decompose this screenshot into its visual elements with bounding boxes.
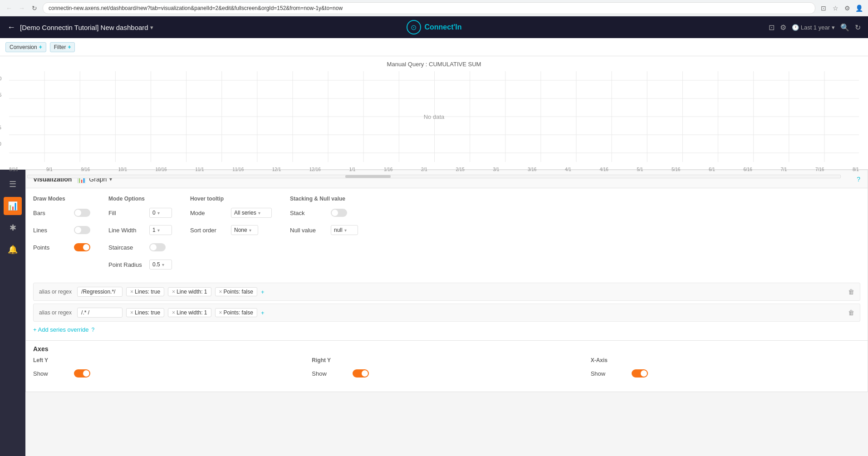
reload-btn[interactable]: ↻ [30,4,39,13]
nullvalue-row: Null value null ▾ [290,224,358,236]
viz-body: Draw Modes Bars Lines Points [26,188,868,283]
toolbar: Conversion + Filter + [0,38,868,56]
chart-wrapper: 1.0 0.5 0 -0.5 -1.0 No data 8/169/19/161… [9,71,859,162]
bars-toggle[interactable] [74,209,90,217]
chart-icon-btn[interactable]: 📊 [4,197,22,215]
logo-center: ⊙ Connect'In [406,20,461,34]
right-y-show-label: Show [312,370,348,377]
x-axis-col: X-Axis Show [591,357,860,384]
points-tag-1[interactable]: × Points: false [215,287,257,296]
chart-scrollbar[interactable] [27,175,841,178]
app-header: ← [Demo Connectin Tutorial] New dashboar… [0,16,868,38]
x-axis-show-label: Show [591,370,627,377]
delete-row-btn-2[interactable]: 🗑 [848,309,854,316]
screenshot-btn[interactable]: ⊡ [819,4,828,13]
extensions-btn[interactable]: ⚙ [843,4,852,13]
fill-label: Fill [108,210,145,216]
layers-icon: ☰ [9,179,16,189]
address-bar[interactable]: connectin-new.axens.net/dashboard/new?ta… [43,2,815,14]
add-override-btn-2[interactable]: + [261,309,265,316]
add-series-label: + Add series override [33,326,88,333]
lines-tag-2[interactable]: × Lines: true [126,308,164,317]
stack-toggle[interactable] [331,209,347,217]
fill-dropdown[interactable]: 0 ▾ [149,208,172,218]
linewidth-tag-x-2: × [172,309,175,316]
alias-label-2: alias or regex [39,309,72,316]
export-btn[interactable]: ⊡ [769,23,775,32]
filter-plus: + [68,44,71,50]
help-icon[interactable]: ? [857,176,860,183]
nullvalue-dropdown[interactable]: null ▾ [331,225,358,235]
stack-row: Stack [290,206,358,219]
logo-icon: ⊙ [406,20,421,34]
header-actions: ⊡ ⚙ 🕐 Last 1 year ▾ 🔍 ↻ [769,23,861,32]
forward-nav-btn[interactable]: → [17,4,26,13]
time-range-selector[interactable]: 🕐 Last 1 year ▾ [792,24,835,31]
scrollbar-thumb[interactable] [345,175,391,178]
dashboard-caret[interactable]: ▾ [150,24,153,31]
layers-icon-btn[interactable]: ☰ [4,175,22,193]
logo-text: Connect'In [424,23,461,31]
linewidth-arrow: ▾ [157,228,160,233]
sortorder-row: Sort order None ▾ [190,224,272,236]
right-y-title: Right Y [312,357,581,363]
filter-tag[interactable]: Filter + [50,42,75,52]
linewidth-tag-2[interactable]: × Line width: 1 [168,308,211,317]
back-nav-btn[interactable]: ← [5,4,14,13]
draw-modes-section: Draw Modes Bars Lines Points [33,196,90,275]
staircase-row: Staircase [108,241,172,254]
add-override-btn-1[interactable]: + [261,289,265,295]
bookmark-btn[interactable]: ☆ [831,4,840,13]
points-tag-text-2: Points: false [224,309,253,316]
dashboard-title: [Demo Connectin Tutorial] New dashboard [20,24,148,31]
hover-tooltip-title: Hover tooltip [190,196,272,202]
alias-value-2[interactable]: /.* / [77,308,123,318]
x-axis-show-toggle[interactable] [632,369,648,378]
mode-row: Mode All series ▾ [190,206,272,219]
points-tag-2[interactable]: × Points: false [215,308,257,317]
x-axis-title: X-Axis [591,357,860,363]
points-toggle[interactable] [74,243,90,251]
add-series-override-btn[interactable]: + Add series override [33,326,88,333]
lines-row: Lines [33,224,90,236]
refresh-btn[interactable]: ↻ [855,23,861,32]
mode-dropdown[interactable]: All series ▾ [231,208,272,218]
pointradius-label: Point Radius [108,261,145,268]
search-btn[interactable]: 🔍 [840,23,849,32]
gear-btn[interactable]: ⚙ [780,23,786,32]
cog-icon-btn[interactable]: ✱ [4,219,22,237]
conversion-tag[interactable]: Conversion + [5,42,46,52]
back-button[interactable]: ← [7,23,15,32]
linewidth-tag-1[interactable]: × Line width: 1 [168,287,211,296]
left-y-title: Left Y [33,357,303,363]
lines-tag-text-2: Lines: true [135,309,160,316]
points-tag-x-2: × [219,309,222,316]
linewidth-tag-x-1: × [172,289,175,295]
axes-grid: Left Y Show Right Y Show [33,357,860,384]
series-overrides: alias or regex /Regression.*/ × Lines: t… [26,283,868,340]
viz-panel: Visualization 📊 Graph ▾ ? Draw Modes [25,170,868,392]
linewidth-row: Line Width 1 ▾ [108,224,172,236]
stacking-title: Stacking & Null value [290,196,358,202]
axes-section: Axes Left Y Show Right Y Show [26,341,868,392]
x-axis-show-row: Show [591,367,860,380]
staircase-toggle[interactable] [149,243,166,251]
linewidth-dropdown[interactable]: 1 ▾ [149,225,172,235]
pointradius-dropdown[interactable]: 0.5 ▾ [149,260,172,270]
lines-toggle[interactable] [74,226,90,234]
bell-icon-btn[interactable]: 🔔 [4,240,22,259]
lines-tag-1[interactable]: × Lines: true [126,287,164,296]
sortorder-dropdown[interactable]: None ▾ [231,225,258,235]
conversion-plus: + [39,44,42,50]
axes-title: Axes [33,341,860,357]
delete-row-btn-1[interactable]: 🗑 [848,288,854,295]
alias-value-1[interactable]: /Regression.*/ [77,287,123,297]
right-y-show-toggle[interactable] [353,369,369,378]
left-y-show-toggle[interactable] [74,369,90,378]
fill-arrow: ▾ [157,211,160,216]
points-tag-text-1: Points: false [224,289,253,295]
mode-value: All series [234,210,256,216]
bell-icon: 🔔 [8,245,18,255]
series-override-help[interactable]: ? [91,327,94,333]
profile-btn[interactable]: 👤 [854,4,863,13]
